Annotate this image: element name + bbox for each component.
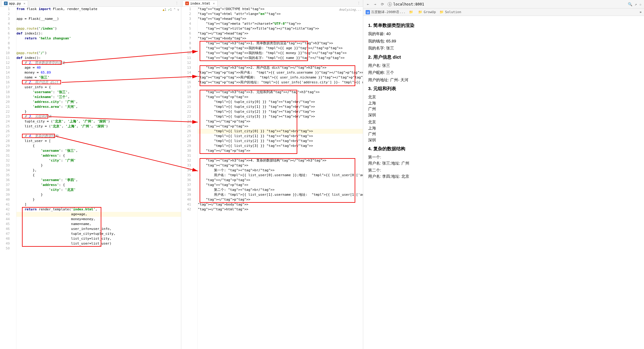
right-tab-bar: H index.html × ⋮ [181,0,363,7]
folder-icon: 📁 [418,10,422,14]
code-area-right[interactable]: "tag"><"tag">!DOCTYPE html"tag">>"tag"><… [198,7,363,349]
folder-icon: 📁 [440,10,444,14]
share-icon[interactable]: ↗ [635,2,637,6]
section-heading: 3. 元组和列表 [368,86,639,92]
code-area-left[interactable]: from flask import Flask, render_template… [16,7,181,349]
url-bar[interactable]: i localhost:8001 [388,2,625,6]
forward-button[interactable]: → [373,2,377,6]
bookmark-folder[interactable]: 📁GrowUp [418,10,436,14]
line-gutter: 1234567891011121314151617181920212223242… [0,7,12,349]
fold-gutter [12,7,16,349]
rendered-text: 我的钱包: 65.89 [368,38,639,44]
rendered-list: 北京 上海 广州 深圳 [368,94,639,118]
back-button[interactable]: ← [366,2,370,6]
tab-menu-icon[interactable]: ⋮ [356,1,362,5]
search-icon[interactable]: 🔍 [628,2,632,6]
html-file-icon: H [185,2,189,5]
browser-pane: ← → ⟳ i localhost:8001 🔍 ↗ ☆ 译百度翻译-200种语… [363,0,644,349]
rendered-text: 用户名: 张三 [368,63,639,69]
tab-label: app.py [9,2,21,5]
bookmark-icon: 译 [366,10,370,14]
reload-button[interactable]: ⟳ [380,2,385,6]
analyzing-indicator: Analyzing... [339,8,361,11]
svg-text:译: 译 [367,11,369,14]
tab-label: index.html [190,2,210,5]
bookmark-bar: 译百度翻译-200种语... 📁 📁GrowUp 📁Solution » [363,9,644,16]
url-text: localhost:8001 [393,2,424,6]
site-info-icon[interactable]: i [388,2,392,6]
folder-icon: 📁 [409,10,413,14]
browser-toolbar: ← → ⟳ i localhost:8001 🔍 ↗ ☆ [363,0,644,9]
rendered-text: 用户的地址: 广州- 天河 [368,77,639,83]
rendered-text: 第二个:用户名: 李四;地址: 北京 [368,167,639,179]
svg-text:H: H [186,2,188,5]
star-icon[interactable]: ☆ [639,2,642,6]
tab-index-html[interactable]: H index.html × [183,0,218,6]
section-heading: 2. 用户信息 dict [368,54,639,60]
right-editor[interactable]: 1234567891011121314151617181920212223242… [181,7,363,349]
rendered-text: 第一个:用户名: 张三;地址: 广州 [368,154,639,166]
section-heading: 4. 复杂的数据结构 [368,146,639,152]
left-tab-bar: P app.py × ⋮ [0,0,181,7]
python-file-icon: P [4,2,8,5]
tab-menu-icon[interactable]: ⋮ [174,1,180,5]
tab-app-py[interactable]: P app.py × [1,0,28,6]
rendered-page: 1. 简单数据类型的渲染 我的年龄: 40 我的钱包: 65.89 我的名字: … [363,16,644,349]
left-editor[interactable]: 1234567891011121314151617181920212223242… [0,7,181,349]
inspection-indicator[interactable]: ▲1 ✓1 ^ v [163,8,179,11]
rendered-text: 我的年龄: 40 [368,31,639,37]
bookmark-overflow[interactable]: » [639,10,642,14]
bookmark-folder[interactable]: 📁Solution [440,10,461,14]
fold-gutter [194,7,198,349]
bookmark-folder[interactable]: 📁 [409,10,414,14]
close-icon[interactable]: × [24,2,26,5]
bookmark-item[interactable]: 译百度翻译-200种语... [366,10,405,14]
section-heading: 1. 简单数据类型的渲染 [368,23,639,28]
rendered-list: 北京 上海 广州 深圳 [368,119,639,143]
line-gutter: 1234567891011121314151617181920212223242… [181,7,194,349]
close-icon[interactable]: × [213,2,215,5]
rendered-text: 我的名字: 张三 [368,45,639,51]
rendered-text: 用户昵称: 三个 [368,70,639,76]
svg-text:P: P [5,2,7,5]
